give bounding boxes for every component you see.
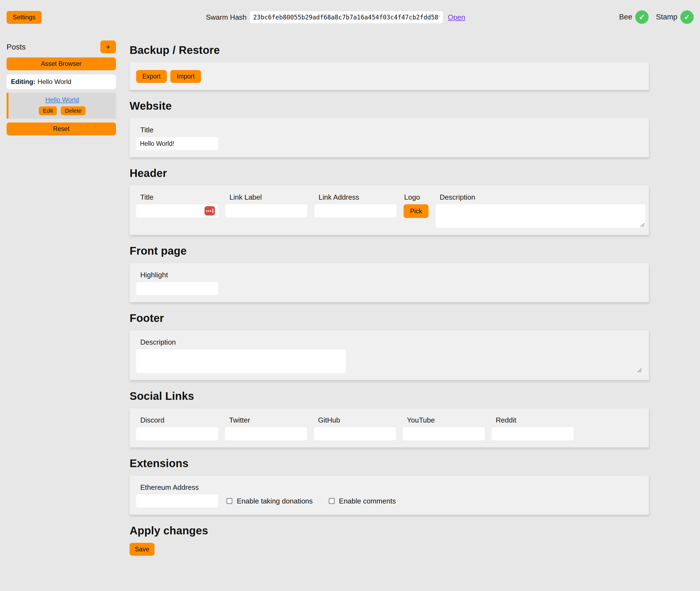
extensions-heading: Extensions xyxy=(130,457,649,470)
ethereum-address-input[interactable] xyxy=(136,495,218,508)
reddit-label: Reddit xyxy=(496,416,574,424)
post-title-link[interactable]: Hello World xyxy=(46,96,79,104)
header-link-address-label: Link Address xyxy=(319,193,397,202)
import-button[interactable]: Import xyxy=(170,70,201,83)
section-front-page: Front page Highlight xyxy=(130,245,649,302)
website-heading: Website xyxy=(130,100,649,112)
header-panel: Title Link Label Link Address xyxy=(130,185,649,235)
section-social-links: Social Links Discord Twitter GitHub xyxy=(130,390,649,447)
editing-label: Editing: xyxy=(11,78,35,85)
social-links-panel: Discord Twitter GitHub YouTube xyxy=(130,408,649,447)
bee-check-icon: ✓ xyxy=(635,10,649,24)
section-extensions: Extensions Ethereum Address Enable takin… xyxy=(130,457,649,515)
highlight-label: Highlight xyxy=(140,271,642,279)
swarm-hash-label: Swarm Hash xyxy=(206,13,247,21)
save-button[interactable]: Save xyxy=(130,543,154,556)
comments-checkbox-group: Enable comments xyxy=(329,497,396,506)
swarm-hash-group: Swarm Hash Open xyxy=(206,11,465,23)
sidebar: Posts + Asset Browser Editing: Hello Wor… xyxy=(7,41,116,139)
stamp-check-icon: ✓ xyxy=(680,10,694,24)
bee-status: Bee ✓ xyxy=(619,10,649,24)
new-post-button[interactable]: + xyxy=(100,41,116,53)
settings-button[interactable]: Settings xyxy=(7,11,42,24)
front-page-heading: Front page xyxy=(130,245,649,257)
backup-restore-heading: Backup / Restore xyxy=(130,44,649,56)
header-logo-label: Logo xyxy=(404,193,428,202)
reddit-input[interactable] xyxy=(492,427,574,440)
swarm-hash-input[interactable] xyxy=(250,11,443,23)
section-backup-restore: Backup / Restore Export Import xyxy=(130,44,649,90)
status-group: Bee ✓ Stamp ✓ xyxy=(619,10,694,24)
front-page-panel: Highlight xyxy=(130,263,649,302)
header-description-label: Description xyxy=(440,193,645,202)
section-footer: Footer Description xyxy=(130,312,649,380)
stamp-status: Stamp ✓ xyxy=(656,10,694,24)
export-button[interactable]: Export xyxy=(136,70,167,83)
website-panel: Title xyxy=(130,118,649,157)
section-website: Website Title xyxy=(130,100,649,157)
reset-button[interactable]: Reset xyxy=(7,123,116,135)
resize-handle-icon[interactable] xyxy=(637,368,641,372)
social-links-heading: Social Links xyxy=(130,390,649,402)
header-title-label: Title xyxy=(140,193,218,202)
delete-post-button[interactable]: Delete xyxy=(61,107,86,115)
header-link-address-input[interactable] xyxy=(314,204,397,217)
stamp-status-label: Stamp xyxy=(656,13,677,21)
topbar: Settings Swarm Hash Open Bee ✓ Stamp ✓ xyxy=(0,0,700,35)
footer-description-label: Description xyxy=(140,338,642,346)
discord-label: Discord xyxy=(140,416,218,424)
extensions-panel: Ethereum Address Enable taking donations… xyxy=(130,476,649,515)
section-apply-changes: Apply changes Save xyxy=(130,525,649,556)
backup-restore-panel: Export Import xyxy=(130,62,649,90)
twitter-input[interactable] xyxy=(225,427,307,440)
edit-post-button[interactable]: Edit xyxy=(39,107,57,115)
highlight-input[interactable] xyxy=(136,282,218,295)
twitter-label: Twitter xyxy=(229,416,307,424)
discord-input[interactable] xyxy=(136,427,218,440)
editing-value: Hello World xyxy=(38,78,71,85)
apply-changes-heading: Apply changes xyxy=(130,525,649,537)
website-title-input[interactable] xyxy=(136,137,218,150)
post-list-item: Hello World Edit Delete xyxy=(7,93,116,119)
section-header: Header Title Link Label xyxy=(130,167,649,235)
enable-comments-label: Enable comments xyxy=(339,497,396,506)
bee-status-label: Bee xyxy=(619,13,632,21)
asset-browser-button[interactable]: Asset Browser xyxy=(7,57,116,70)
website-title-label: Title xyxy=(140,126,642,134)
header-link-label-label: Link Label xyxy=(229,193,307,202)
ethereum-address-label: Ethereum Address xyxy=(140,483,218,492)
footer-panel: Description xyxy=(130,330,649,380)
password-manager-icon[interactable] xyxy=(205,206,215,215)
github-label: GitHub xyxy=(318,416,396,424)
header-heading: Header xyxy=(130,167,649,179)
enable-donations-label: Enable taking donations xyxy=(237,497,313,506)
header-link-label-input[interactable] xyxy=(225,204,307,217)
posts-heading: Posts xyxy=(7,43,26,51)
donations-checkbox-group: Enable taking donations xyxy=(226,497,313,506)
footer-description-textarea[interactable] xyxy=(136,349,346,373)
logo-pick-button[interactable]: Pick xyxy=(404,204,428,218)
open-link[interactable]: Open xyxy=(448,13,466,21)
youtube-input[interactable] xyxy=(403,427,485,440)
github-input[interactable] xyxy=(314,427,396,440)
main-content: Backup / Restore Export Import Website T… xyxy=(130,38,649,556)
youtube-label: YouTube xyxy=(407,416,485,424)
footer-heading: Footer xyxy=(130,312,649,324)
enable-donations-checkbox[interactable] xyxy=(226,498,232,504)
header-description-textarea[interactable] xyxy=(436,204,645,228)
enable-comments-checkbox[interactable] xyxy=(329,498,335,504)
editing-indicator: Editing: Hello World xyxy=(7,74,116,89)
